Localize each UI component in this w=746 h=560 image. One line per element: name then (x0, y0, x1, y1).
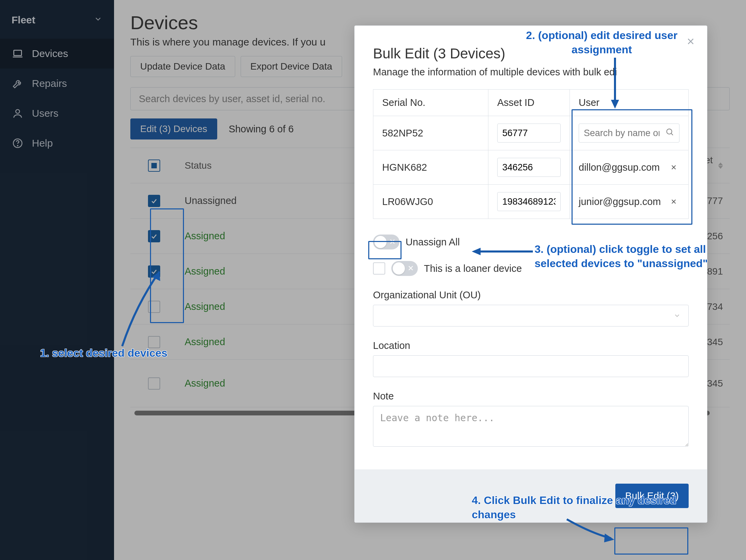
col-serial-header: Serial No. (373, 90, 488, 116)
col-user-header: User (570, 90, 689, 116)
clear-user-icon[interactable] (668, 196, 679, 207)
search-icon (665, 128, 674, 139)
col-asset-header: Asset ID (488, 90, 570, 116)
location-label: Location (373, 340, 689, 351)
loaner-toggle[interactable]: ✕ (391, 261, 418, 276)
modal-footer: Bulk Edit (3) (355, 469, 707, 522)
edit-row: LR06WJG0 junior@ggsup.com (373, 185, 689, 219)
unassign-all-toggle[interactable]: ✕ (373, 235, 399, 249)
user-email: junior@ggsup.com (579, 196, 663, 207)
note-textarea[interactable] (373, 406, 689, 447)
modal-title: Bulk Edit (3 Devices) (373, 45, 689, 62)
bulk-edit-modal: Bulk Edit (3 Devices) Manage the informa… (354, 25, 707, 523)
loaner-label: This is a loaner device (424, 263, 522, 274)
user-email: dillon@ggsup.com (579, 162, 663, 173)
ou-label: Organizational Unit (OU) (373, 290, 689, 301)
svg-point-4 (667, 129, 672, 134)
app-root: Fleet Devices Repairs Users (0, 0, 746, 560)
asset-id-input[interactable] (497, 158, 561, 177)
close-icon[interactable] (684, 35, 697, 48)
loaner-checkbox[interactable] (373, 262, 385, 275)
user-search-input[interactable] (579, 124, 679, 143)
unassign-all-label: Unassign All (406, 237, 460, 248)
edit-row: 582NP52 (373, 116, 689, 150)
bulk-edit-submit-button[interactable]: Bulk Edit (3) (615, 484, 689, 508)
note-label: Note (373, 391, 689, 402)
note-field: Note (373, 391, 689, 449)
bulk-edit-table: Serial No. Asset ID User 582NP52 (373, 89, 689, 219)
asset-id-input[interactable] (497, 124, 561, 143)
clear-user-icon[interactable] (668, 162, 679, 173)
modal-subtitle: Manage the information of multiple devic… (373, 67, 689, 78)
serial-cell: HGNK682 (373, 150, 488, 185)
location-field: Location (373, 340, 689, 377)
location-input[interactable] (373, 355, 689, 377)
asset-id-input[interactable] (497, 192, 561, 211)
edit-row: HGNK682 dillon@ggsup.com (373, 150, 689, 185)
ou-select[interactable] (373, 305, 689, 326)
serial-cell: LR06WJG0 (373, 185, 488, 219)
loaner-row: ✕ This is a loaner device (373, 261, 689, 276)
unassign-all-row: ✕ Unassign All (373, 235, 689, 249)
ou-field: Organizational Unit (OU) (373, 290, 689, 326)
serial-cell: 582NP52 (373, 116, 488, 150)
